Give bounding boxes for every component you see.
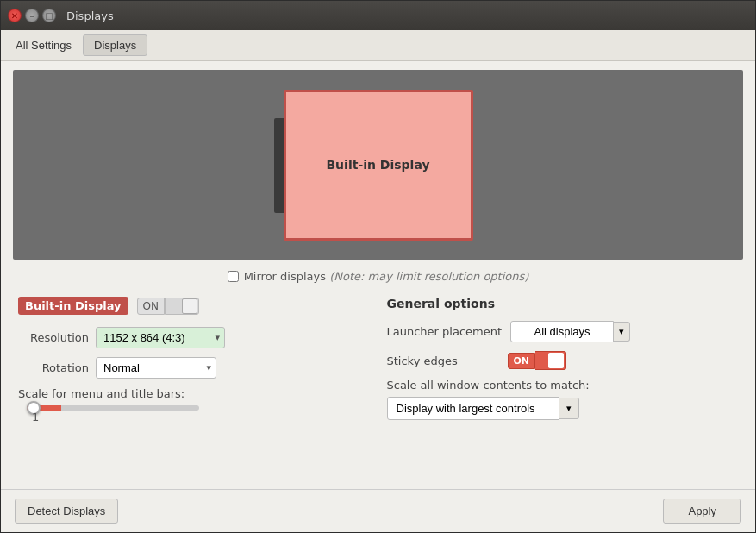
scale-section: Scale for menu and title bars: 1 [18, 387, 370, 423]
launcher-dropdown-btn[interactable]: All displays [510, 321, 614, 342]
close-button[interactable]: ✕ [8, 9, 22, 22]
settings-area: Built-in Display ON Resolution 1152 x 86… [1, 288, 755, 489]
display-header: Built-in Display ON [18, 297, 370, 315]
right-panel: General options Launcher placement All d… [387, 297, 739, 480]
mirror-label: Mirror displays [244, 270, 326, 283]
mirror-displays-checkbox[interactable] [228, 271, 239, 282]
toggle-track[interactable] [165, 298, 199, 315]
launcher-placement-row: Launcher placement All displays ▾ [387, 321, 739, 342]
navbar: All Settings Displays [1, 30, 755, 61]
minimize-button[interactable]: – [25, 9, 39, 22]
sticky-on-label[interactable]: ON [508, 353, 536, 369]
scale-all-section: Scale all window contents to match: Disp… [387, 379, 739, 420]
sticky-edges-label: Sticky edges [387, 354, 499, 367]
window-title: Displays [66, 9, 114, 22]
sticky-toggle-track[interactable] [535, 351, 566, 370]
rotation-select[interactable]: NormalLeftRight180° [96, 357, 216, 379]
scale-all-label: Scale all window contents to match: [387, 379, 739, 392]
scale-value: 1 [32, 411, 39, 423]
rotation-row: Rotation NormalLeftRight180° [18, 357, 370, 379]
apply-button[interactable]: Apply [663, 499, 741, 524]
launcher-placement-label: Launcher placement [387, 325, 503, 338]
main-window: ✕ – □ Displays All Settings Displays Bui… [0, 0, 756, 533]
detect-displays-button[interactable]: Detect Displays [15, 499, 118, 524]
general-options-title: General options [387, 297, 739, 310]
scale-all-dropdown-row: Display with largest controls ▾ [387, 397, 739, 420]
maximize-icon: □ [45, 11, 53, 21]
slider-container: 1 [18, 405, 370, 423]
scale-label: Scale for menu and title bars: [18, 387, 370, 400]
displays-nav-btn[interactable]: Displays [83, 34, 147, 56]
mirror-displays-row: Mirror displays (Note: may limit resolut… [1, 265, 755, 288]
resolution-row: Resolution 1152 x 864 (4:3) [18, 327, 370, 348]
toggle-thumb [182, 298, 197, 314]
launcher-dropdown-arrow[interactable]: ▾ [614, 322, 630, 342]
display-power-toggle[interactable]: ON [137, 298, 199, 315]
scale-all-dropdown-arrow[interactable]: ▾ [559, 398, 579, 419]
bottom-bar: Detect Displays Apply [1, 489, 755, 532]
all-settings-nav-btn[interactable]: All Settings [4, 34, 83, 56]
maximize-button[interactable]: □ [42, 9, 56, 22]
sticky-edges-row: Sticky edges ON [387, 351, 739, 370]
titlebar: ✕ – □ Displays [1, 1, 755, 30]
resolution-label: Resolution [18, 331, 96, 344]
rotation-select-wrapper: NormalLeftRight180° [96, 357, 216, 379]
window-controls: ✕ – □ [8, 9, 56, 22]
close-icon: ✕ [11, 11, 18, 21]
display-monitor[interactable]: Built-in Display [284, 90, 473, 241]
sticky-toggle-thumb [548, 353, 564, 368]
minimize-icon: – [30, 11, 34, 21]
launcher-dropdown-group: All displays ▾ [510, 321, 630, 342]
resolution-select[interactable]: 1152 x 864 (4:3) [96, 327, 225, 348]
rotation-label: Rotation [18, 361, 96, 374]
scale-all-dropdown-btn[interactable]: Display with largest controls [387, 397, 559, 420]
left-panel: Built-in Display ON Resolution 1152 x 86… [18, 297, 370, 480]
scale-slider[interactable] [27, 405, 199, 411]
sticky-toggle[interactable]: ON [508, 351, 567, 370]
monitor-label: Built-in Display [326, 158, 429, 172]
mirror-note: (Note: may limit resolution options) [329, 270, 528, 283]
resolution-select-wrapper: 1152 x 864 (4:3) [96, 327, 225, 348]
toggle-on-label: ON [137, 298, 165, 315]
display-preview-area: Built-in Display [13, 70, 743, 260]
display-name-badge: Built-in Display [18, 297, 128, 315]
